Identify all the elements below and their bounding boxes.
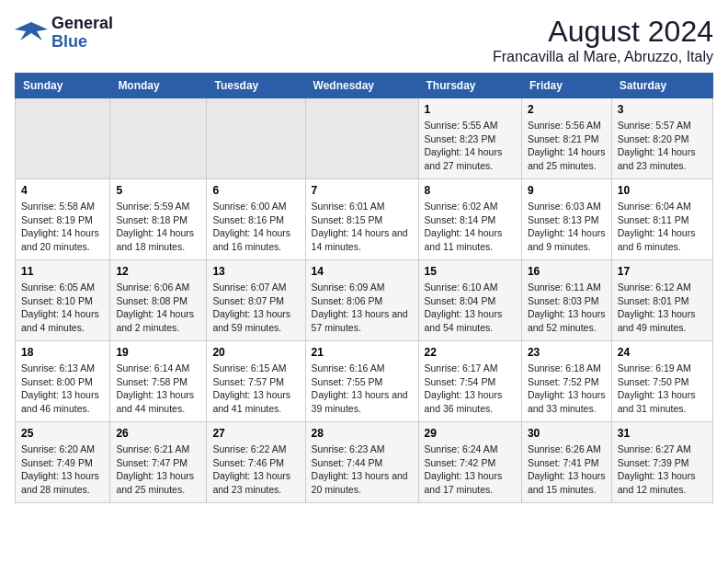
week-row-5: 25Sunrise: 6:20 AM Sunset: 7:49 PM Dayli… [16, 422, 713, 503]
calendar-cell: 16Sunrise: 6:11 AM Sunset: 8:03 PM Dayli… [521, 260, 611, 341]
day-content: Sunrise: 6:15 AM Sunset: 7:57 PM Dayligh… [212, 362, 299, 416]
day-number: 5 [116, 184, 200, 197]
calendar-cell: 19Sunrise: 6:14 AM Sunset: 7:58 PM Dayli… [110, 341, 207, 422]
day-number: 28 [312, 427, 413, 440]
calendar-cell: 17Sunrise: 6:12 AM Sunset: 8:01 PM Dayli… [611, 260, 712, 341]
day-number: 25 [21, 427, 104, 440]
day-number: 8 [425, 184, 516, 197]
day-number: 20 [212, 346, 299, 359]
calendar-header: SundayMondayTuesdayWednesdayThursdayFrid… [16, 74, 713, 98]
calendar-cell: 23Sunrise: 6:18 AM Sunset: 7:52 PM Dayli… [521, 341, 611, 422]
day-number: 15 [425, 265, 516, 278]
day-content: Sunrise: 6:10 AM Sunset: 8:04 PM Dayligh… [425, 281, 516, 335]
calendar-cell [207, 98, 305, 179]
day-content: Sunrise: 6:26 AM Sunset: 7:41 PM Dayligh… [528, 442, 606, 497]
calendar-cell [16, 98, 110, 179]
day-content: Sunrise: 6:02 AM Sunset: 8:14 PM Dayligh… [425, 200, 516, 254]
day-number: 30 [528, 427, 606, 440]
day-content: Sunrise: 6:03 AM Sunset: 8:13 PM Dayligh… [528, 200, 606, 254]
day-number: 11 [21, 265, 104, 278]
day-content: Sunrise: 6:04 AM Sunset: 8:11 PM Dayligh… [618, 200, 707, 254]
day-number: 19 [116, 346, 200, 359]
logo: General Blue [15, 15, 113, 52]
calendar-cell: 7Sunrise: 6:01 AM Sunset: 8:15 PM Daylig… [305, 179, 418, 260]
day-content: Sunrise: 5:55 AM Sunset: 8:23 PM Dayligh… [425, 119, 516, 173]
header-wednesday: Wednesday [305, 74, 418, 98]
week-row-2: 4Sunrise: 5:58 AM Sunset: 8:19 PM Daylig… [16, 179, 713, 260]
header-tuesday: Tuesday [207, 74, 305, 98]
day-content: Sunrise: 6:11 AM Sunset: 8:03 PM Dayligh… [528, 281, 606, 335]
day-content: Sunrise: 6:22 AM Sunset: 7:46 PM Dayligh… [212, 442, 299, 497]
day-number: 4 [21, 184, 104, 197]
calendar-cell: 28Sunrise: 6:23 AM Sunset: 7:44 PM Dayli… [305, 422, 418, 503]
header-saturday: Saturday [611, 74, 712, 98]
header-thursday: Thursday [418, 74, 521, 98]
day-content: Sunrise: 6:14 AM Sunset: 7:58 PM Dayligh… [116, 362, 200, 416]
day-number: 14 [312, 265, 413, 278]
calendar-title: August 2024 [493, 15, 713, 49]
calendar-cell: 13Sunrise: 6:07 AM Sunset: 8:07 PM Dayli… [207, 260, 305, 341]
svg-marker-0 [15, 22, 48, 40]
week-row-4: 18Sunrise: 6:13 AM Sunset: 8:00 PM Dayli… [16, 341, 713, 422]
calendar-cell: 1Sunrise: 5:55 AM Sunset: 8:23 PM Daylig… [418, 98, 521, 179]
day-content: Sunrise: 5:58 AM Sunset: 8:19 PM Dayligh… [21, 200, 104, 254]
day-content: Sunrise: 6:09 AM Sunset: 8:06 PM Dayligh… [312, 281, 413, 335]
logo-icon [15, 20, 48, 46]
day-number: 29 [425, 427, 516, 440]
calendar-cell: 14Sunrise: 6:09 AM Sunset: 8:06 PM Dayli… [305, 260, 418, 341]
calendar-cell: 5Sunrise: 5:59 AM Sunset: 8:18 PM Daylig… [110, 179, 207, 260]
day-content: Sunrise: 6:00 AM Sunset: 8:16 PM Dayligh… [212, 200, 299, 254]
header-friday: Friday [521, 74, 611, 98]
header-monday: Monday [110, 74, 207, 98]
day-number: 7 [312, 184, 413, 197]
day-content: Sunrise: 6:23 AM Sunset: 7:44 PM Dayligh… [312, 442, 413, 497]
day-number: 23 [528, 346, 606, 359]
calendar-cell: 26Sunrise: 6:21 AM Sunset: 7:47 PM Dayli… [110, 422, 207, 503]
day-content: Sunrise: 6:06 AM Sunset: 8:08 PM Dayligh… [116, 281, 200, 335]
day-number: 6 [212, 184, 299, 197]
day-content: Sunrise: 6:21 AM Sunset: 7:47 PM Dayligh… [116, 442, 200, 497]
page-header: General Blue August 2024 Francavilla al … [15, 15, 713, 65]
logo-text: General Blue [51, 15, 113, 52]
calendar-cell: 30Sunrise: 6:26 AM Sunset: 7:41 PM Dayli… [521, 422, 611, 503]
calendar-cell [110, 98, 207, 179]
calendar-table: SundayMondayTuesdayWednesdayThursdayFrid… [15, 73, 713, 503]
day-content: Sunrise: 6:20 AM Sunset: 7:49 PM Dayligh… [21, 442, 104, 497]
calendar-cell [305, 98, 418, 179]
header-row: SundayMondayTuesdayWednesdayThursdayFrid… [16, 74, 713, 98]
day-content: Sunrise: 6:01 AM Sunset: 8:15 PM Dayligh… [312, 200, 413, 254]
day-number: 27 [212, 427, 299, 440]
calendar-cell: 11Sunrise: 6:05 AM Sunset: 8:10 PM Dayli… [16, 260, 110, 341]
calendar-cell: 31Sunrise: 6:27 AM Sunset: 7:39 PM Dayli… [611, 422, 712, 503]
calendar-subtitle: Francavilla al Mare, Abruzzo, Italy [493, 49, 713, 65]
day-content: Sunrise: 6:19 AM Sunset: 7:50 PM Dayligh… [618, 362, 707, 416]
week-row-3: 11Sunrise: 6:05 AM Sunset: 8:10 PM Dayli… [16, 260, 713, 341]
calendar-cell: 18Sunrise: 6:13 AM Sunset: 8:00 PM Dayli… [16, 341, 110, 422]
day-number: 21 [312, 346, 413, 359]
calendar-cell: 24Sunrise: 6:19 AM Sunset: 7:50 PM Dayli… [611, 341, 712, 422]
day-content: Sunrise: 5:56 AM Sunset: 8:21 PM Dayligh… [528, 119, 606, 173]
day-content: Sunrise: 6:16 AM Sunset: 7:55 PM Dayligh… [312, 362, 413, 416]
day-content: Sunrise: 6:07 AM Sunset: 8:07 PM Dayligh… [212, 281, 299, 335]
day-content: Sunrise: 5:59 AM Sunset: 8:18 PM Dayligh… [116, 200, 200, 254]
day-number: 1 [425, 103, 516, 116]
header-sunday: Sunday [16, 74, 110, 98]
calendar-cell: 6Sunrise: 6:00 AM Sunset: 8:16 PM Daylig… [207, 179, 305, 260]
calendar-cell: 21Sunrise: 6:16 AM Sunset: 7:55 PM Dayli… [305, 341, 418, 422]
day-number: 17 [618, 265, 707, 278]
week-row-1: 1Sunrise: 5:55 AM Sunset: 8:23 PM Daylig… [16, 98, 713, 179]
calendar-body: 1Sunrise: 5:55 AM Sunset: 8:23 PM Daylig… [16, 98, 713, 503]
day-content: Sunrise: 6:24 AM Sunset: 7:42 PM Dayligh… [425, 442, 516, 497]
day-content: Sunrise: 6:13 AM Sunset: 8:00 PM Dayligh… [21, 362, 104, 416]
calendar-cell: 2Sunrise: 5:56 AM Sunset: 8:21 PM Daylig… [521, 98, 611, 179]
day-number: 31 [618, 427, 707, 440]
day-number: 9 [528, 184, 606, 197]
calendar-cell: 8Sunrise: 6:02 AM Sunset: 8:14 PM Daylig… [418, 179, 521, 260]
day-number: 18 [21, 346, 104, 359]
day-number: 24 [618, 346, 707, 359]
day-content: Sunrise: 6:17 AM Sunset: 7:54 PM Dayligh… [425, 362, 516, 416]
day-number: 10 [618, 184, 707, 197]
day-content: Sunrise: 6:27 AM Sunset: 7:39 PM Dayligh… [618, 442, 707, 497]
calendar-cell: 9Sunrise: 6:03 AM Sunset: 8:13 PM Daylig… [521, 179, 611, 260]
day-number: 2 [528, 103, 606, 116]
